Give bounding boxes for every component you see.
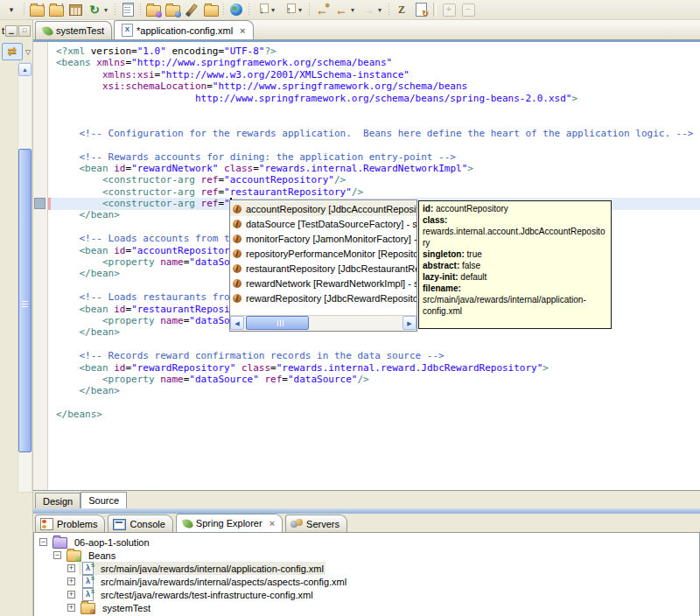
completion-item[interactable]: repositoryPerformanceMonitor [Repository… <box>230 246 416 261</box>
editor-tab-label: systemTest <box>56 25 104 36</box>
tree-row[interactable]: +λsrc/test/java/rewards/test-infrastruct… <box>34 588 699 601</box>
completion-item[interactable]: dataSource [TestDataSourceFactory] - src… <box>230 216 416 231</box>
web-browser-globe-icon[interactable] <box>227 2 246 18</box>
collapse-icon[interactable]: − <box>39 538 47 546</box>
scroll-left-button[interactable]: ◀ <box>230 316 244 330</box>
open-folder-purple-icon[interactable] <box>144 2 163 18</box>
prev-annotation-icon-dropdown-chevron[interactable]: ▾ <box>298 6 306 14</box>
tab-design[interactable]: Design <box>35 493 80 508</box>
expand-icon[interactable]: + <box>67 564 75 572</box>
view-tab-spring-explorer[interactable]: Spring Explorer× <box>176 514 283 532</box>
vertical-scrollbar[interactable]: ▲ <box>18 62 32 493</box>
code-line: </beans> <box>56 409 700 420</box>
vertical-ruler[interactable] <box>33 42 48 490</box>
tooltip-field-label: lazy-init: <box>423 272 458 282</box>
tab-label: Source <box>88 495 119 506</box>
completion-item[interactable]: restaurantRepository [JdbcRestaurantRepo… <box>230 261 416 276</box>
scroll-right-button[interactable]: ▶ <box>402 316 416 330</box>
stamp-icon[interactable]: Z <box>392 2 411 18</box>
back-icon[interactable]: ← <box>332 2 351 18</box>
tree-row[interactable]: −Beans <box>34 549 699 562</box>
collapsed-view-tab[interactable]: t ▁ □ <box>0 23 33 38</box>
last-edit-location-icon[interactable]: ← <box>312 2 332 18</box>
toolbar-separator <box>306 3 312 17</box>
tree-row[interactable]: +λsrc/main/java/rewards/internal/aspects… <box>34 575 699 588</box>
completion-list[interactable]: accountRepository [JdbcAccountRepository… <box>230 200 416 315</box>
editor-tab--application-config-xml[interactable]: X*application-config.xml× <box>114 20 254 39</box>
spring-explorer-tree[interactable]: −06-aop-1-solution−Beans+λsrc/main/java/… <box>33 532 700 616</box>
view-menu-chevron-icon[interactable]: ▽ <box>25 48 31 56</box>
tooltip-field-value: src/main/java/rewards/internal/applicati… <box>423 295 586 316</box>
stamp-icon: Z <box>398 4 405 17</box>
tree-item[interactable]: 06-aop-1-solution <box>51 536 151 549</box>
main-toolbar: ▾↻▾↓▾↑▾←←▾→▾Z+− <box>0 0 700 20</box>
open-folder-blue-icon <box>165 5 180 17</box>
forward-icon[interactable]: → <box>359 2 378 18</box>
refresh-file-icon[interactable] <box>411 2 430 18</box>
tooltip-field-value: false <box>459 261 480 270</box>
tree-item-label: src/test/java/rewards/test-infrastructur… <box>101 590 313 600</box>
completion-horizontal-scrollbar[interactable]: ◀ ▶ <box>230 315 416 331</box>
folder-icon[interactable] <box>201 2 220 18</box>
forward-icon-dropdown-chevron[interactable]: ▾ <box>378 6 386 14</box>
tree-row[interactable]: −06-aop-1-solution <box>34 536 699 549</box>
tree-item[interactable]: λsrc/test/java/rewards/test-infrastructu… <box>79 588 315 601</box>
next-annotation-icon[interactable]: ↓ <box>252 2 271 18</box>
new-wizard-up-icon <box>30 5 45 17</box>
link-with-editor-icon[interactable]: ⇄ <box>2 43 23 60</box>
back-icon-dropdown-chevron[interactable]: ▾ <box>351 6 359 14</box>
open-folder-blue-icon[interactable] <box>163 2 182 18</box>
prev-annotation-icon[interactable]: ↑ <box>279 2 298 18</box>
toolbar-separator <box>220 3 227 17</box>
expand-all-icon[interactable]: + <box>439 2 458 18</box>
paintbrush-icon[interactable] <box>182 2 201 18</box>
code-line: <constructor-arg ref="accountRepository"… <box>56 174 700 186</box>
new-wizard-up2-icon[interactable] <box>46 2 66 18</box>
toolbar-separator <box>433 3 437 17</box>
tooltip-field: abstract: false <box>423 260 607 271</box>
minimize-button[interactable]: ▁ <box>5 25 18 37</box>
tree-row[interactable]: +λsrc/main/java/rewards/internal/applica… <box>34 562 699 575</box>
back-icon: ← <box>335 3 347 17</box>
tooltip-field-value: accountRepository <box>433 204 508 214</box>
next-annotation-icon-dropdown-chevron[interactable]: ▾ <box>271 6 279 14</box>
maximize-button[interactable]: □ <box>18 25 31 37</box>
scrollbar-thumb[interactable] <box>18 149 32 452</box>
code-line: http://www.springframework.org/schema/be… <box>56 93 700 104</box>
scroll-up-button[interactable]: ▲ <box>18 63 32 76</box>
editor-tab-systemtest[interactable]: systemTest <box>35 21 112 39</box>
tree-item[interactable]: λsrc/main/java/rewards/internal/applicat… <box>79 562 326 575</box>
view-tab-console[interactable]: Console <box>108 514 172 532</box>
eclipse-workbench: ▾↻▾↓▾↑▾←←▾→▾Z+− t ▁ □ ⇄ ▽ ▲ systemTestX*… <box>0 0 700 616</box>
completion-item[interactable]: rewardRepository [JdbcRewardRepository] … <box>230 290 416 305</box>
table-icon[interactable] <box>66 2 85 18</box>
new-wizard-up-icon[interactable] <box>27 2 46 18</box>
tree-row[interactable]: +systemTest <box>34 601 699 614</box>
refresh-icon[interactable]: ↻ <box>85 2 104 18</box>
view-tab-problems[interactable]: Problems <box>35 514 105 532</box>
view-tab-servers[interactable]: Servers <box>285 514 347 532</box>
tab-label: Design <box>43 496 73 507</box>
collapse-icon[interactable]: − <box>53 551 61 559</box>
toolbar-overflow-chevron-icon[interactable]: ▾ <box>2 2 21 18</box>
tree-item[interactable]: systemTest <box>79 601 152 614</box>
expand-icon[interactable]: + <box>67 591 75 598</box>
expand-icon[interactable]: + <box>67 604 75 612</box>
close-icon[interactable]: × <box>240 25 245 36</box>
expand-icon[interactable]: + <box>67 578 75 585</box>
close-icon[interactable]: × <box>270 518 275 528</box>
refresh-icon-dropdown-chevron[interactable]: ▾ <box>104 6 112 14</box>
view-tab-label: Console <box>130 519 164 529</box>
tooltip-field-label: singleton: <box>423 249 465 259</box>
collapse-all-icon[interactable]: − <box>458 2 478 18</box>
tooltip-field-label: class: <box>423 215 447 225</box>
completion-item[interactable]: accountRepository [JdbcAccountRepository… <box>230 201 416 216</box>
forward-icon: → <box>362 3 374 17</box>
tooltip-field-value: true <box>465 249 482 259</box>
completion-item[interactable]: monitorFactory [JamonMonitorFactory] - s… <box>230 231 416 246</box>
tree-item[interactable]: λsrc/main/java/rewards/internal/aspects/… <box>79 575 348 588</box>
completion-item[interactable]: rewardNetwork [RewardNetworkImpl] - src/… <box>230 276 416 290</box>
tab-source[interactable]: Source <box>80 492 127 508</box>
editor-doc-icon[interactable] <box>118 2 137 18</box>
scrollbar-thumb[interactable] <box>246 316 309 330</box>
